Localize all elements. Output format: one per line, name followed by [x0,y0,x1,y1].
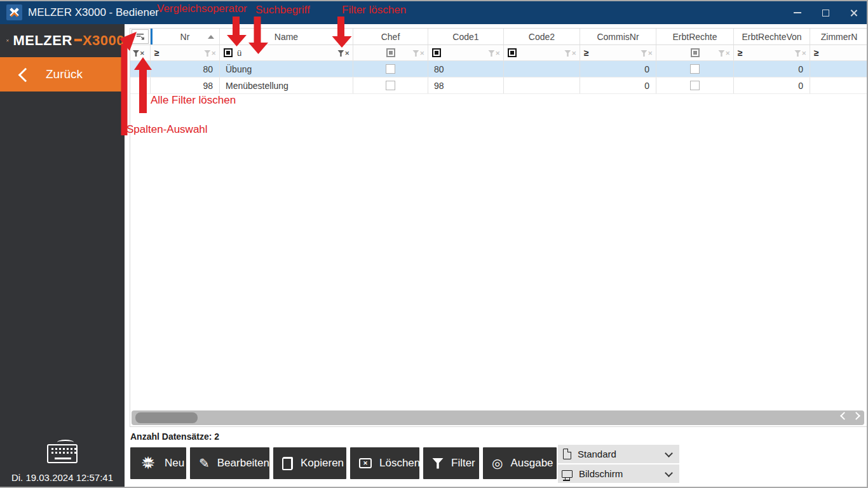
filter-cell-erbtrechtevon[interactable]: ≥ [734,45,810,60]
comparison-operator-icon[interactable]: ≥ [154,48,159,58]
clear-filter-icon[interactable] [718,49,730,57]
column-header-label-erbtrechte: ErbtRechte [672,32,717,42]
ausgabe-button-label: Ausgabe [510,457,553,470]
column-header-code2[interactable]: Code2 [504,29,580,44]
column-header-code1[interactable]: Code1 [428,29,504,44]
column-header-name[interactable]: Name [220,29,353,44]
filter-cell-name[interactable]: ü [220,45,353,60]
clear-filter-icon[interactable] [337,49,349,57]
filter-cell-commisnr[interactable]: ≥ [580,45,656,60]
brand-logo: MELZERX3000 [0,24,125,57]
cell-zimmernr[interactable] [810,78,868,93]
maximize-button[interactable] [816,4,835,21]
filter-cell-code1[interactable] [428,45,504,60]
cell-code1[interactable]: 80 [428,61,504,77]
comparison-operator-icon[interactable]: ≥ [584,48,589,58]
close-button[interactable] [844,4,863,21]
scroll-left-icon[interactable] [840,412,848,420]
scrollbar-thumb[interactable] [135,412,198,423]
comparison-operator-icon[interactable] [508,48,517,57]
filter-cell-erbtrechte[interactable] [656,45,734,60]
cell-code2[interactable] [504,78,580,93]
checkbox-unchecked[interactable] [386,81,395,90]
cell-code1[interactable]: 98 [428,78,504,93]
comparison-operator-icon[interactable] [432,48,441,57]
eye-icon: ◎ [492,457,503,470]
bearbeiten-button[interactable]: ✎Bearbeiten [190,447,269,479]
back-button[interactable]: Zurück [0,57,125,92]
clear-filter-icon[interactable] [564,49,576,57]
column-chooser-button[interactable] [132,29,149,44]
clear-filter-icon[interactable] [641,49,653,57]
column-header-nr[interactable]: Nr [151,29,220,44]
comparison-operator-icon[interactable]: ≥ [814,48,819,58]
chevron-down-icon [665,469,673,477]
table-row[interactable]: 98Menübestellung9800 [130,78,868,94]
cell-name[interactable]: Übung [220,61,353,77]
filter-cell-nr[interactable]: ≥ [151,45,220,60]
brand-name: MELZER [13,32,72,48]
cell-nr[interactable]: 80 [151,61,220,77]
filter-cell-indicator[interactable] [130,45,151,60]
cell-erbtrechte[interactable] [656,78,734,93]
loeschen-button[interactable]: ✕Löschen [350,447,419,479]
checkbox-unchecked[interactable] [386,64,395,74]
output-format-value: Standard [578,449,616,459]
output-format-dropdown[interactable]: Standard [558,445,679,463]
cell-erbtrechtevon[interactable]: 0 [734,61,810,77]
filter-cell-code2[interactable] [504,45,580,60]
checkbox-filter-icon[interactable] [386,48,395,57]
keyboard-icon[interactable] [47,444,78,463]
datetime-display: Di. 19.03.2024 12:57:41 [0,472,125,483]
cell-indicator[interactable] [130,61,151,77]
output-target-dropdown[interactable]: Bildschirm [558,464,679,483]
cell-commisnr[interactable]: 0 [580,61,656,77]
checkbox-unchecked[interactable] [690,81,700,90]
comparison-operator-icon[interactable]: ≥ [738,48,743,58]
column-header-chef[interactable]: Chef [353,29,428,44]
column-header-erbtrechte[interactable]: ErbtRechte [656,29,734,44]
clear-filter-icon[interactable] [412,49,424,57]
copy-icon [282,457,293,470]
sidebar: MELZERX3000 Zurück Di. 19.03.2024 12:57:… [0,24,125,488]
cell-chef[interactable] [353,78,428,93]
column-header-zimmernr[interactable]: ZimmerN [810,29,868,44]
cell-chef[interactable] [353,61,428,77]
back-button-label: Zurück [46,67,83,81]
cell-zimmernr[interactable] [810,61,868,77]
filter-cell-zimmernr[interactable]: ≥ [810,45,868,60]
kopieren-button[interactable]: Kopieren [273,447,346,479]
checkbox-filter-icon[interactable] [691,48,700,57]
cell-name[interactable]: Menübestellung [220,78,353,93]
neu-button[interactable]: ✹NEWNeu [130,447,186,479]
table-row[interactable]: 80Übung8000 [130,61,868,78]
clear-filter-icon[interactable] [488,49,500,57]
delete-icon: ✕ [359,458,372,468]
column-header-erbtrechtevon[interactable]: ErbtRechteVon [734,29,810,44]
filter-search-term[interactable]: ü [237,48,241,58]
row-indicator-header[interactable] [130,29,151,44]
horizontal-scrollbar[interactable] [132,410,864,425]
scroll-right-icon[interactable] [852,412,860,420]
cell-nr[interactable]: 98 [151,78,220,93]
brand-logo-icon [6,27,9,54]
checkbox-unchecked[interactable] [690,64,700,74]
cell-erbtrechtevon[interactable]: 0 [734,78,810,93]
loeschen-button-label: Löschen [379,457,420,470]
maximize-icon [822,10,829,17]
column-header-label-nr: Nr [180,32,190,42]
clear-filter-icon[interactable] [204,49,216,57]
clear-all-filters-icon[interactable] [133,49,145,57]
clear-filter-icon[interactable] [794,49,806,57]
cell-indicator[interactable] [130,78,151,93]
filter-cell-chef[interactable] [353,45,428,60]
cell-code2[interactable] [504,61,580,77]
ausgabe-button[interactable]: ◎Ausgabe [483,447,557,479]
cell-value: Menübestellung [226,81,288,91]
cell-erbtrechte[interactable] [656,61,734,77]
cell-commisnr[interactable]: 0 [580,78,656,93]
minimize-button[interactable] [788,4,807,21]
column-header-commisnr[interactable]: CommisNr [580,29,656,44]
filter-button[interactable]: Filter [423,447,479,479]
comparison-operator-icon[interactable] [224,48,233,57]
